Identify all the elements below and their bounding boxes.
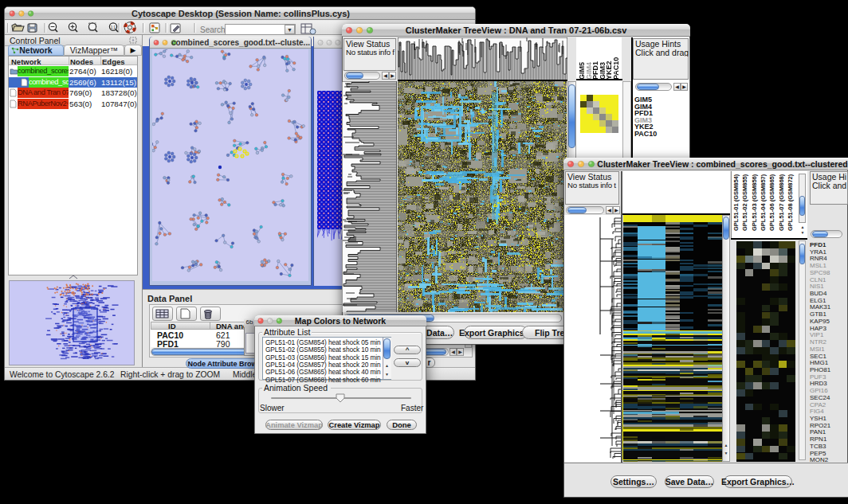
svg-text:GPL51-02 (GSM855): GPL51-02 (GSM855) xyxy=(741,174,748,231)
svg-text:GPL51-03 (GSM856): GPL51-03 (GSM856) xyxy=(751,174,758,231)
svg-text:GPL51-04 (GSM857): GPL51-04 (GSM857) xyxy=(760,174,767,231)
svg-text:1:1: 1:1 xyxy=(111,25,116,29)
svg-text:GPL51-07 (GSM868): GPL51-07 (GSM868) xyxy=(778,174,785,231)
svg-text:GPL51-06 (GSM865): GPL51-06 (GSM865) xyxy=(768,174,775,231)
svg-text:GPL51-08 (GSM872): GPL51-08 (GSM872) xyxy=(787,174,794,231)
svg-text:GPL51-01 (GSM854): GPL51-01 (GSM854) xyxy=(732,174,740,231)
